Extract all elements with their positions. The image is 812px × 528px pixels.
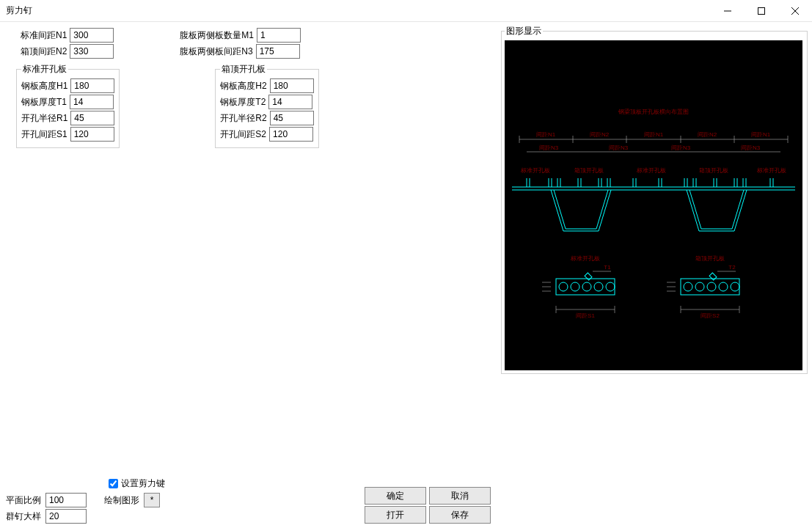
svg-point-77 [582, 282, 591, 291]
r1-input[interactable] [70, 111, 114, 125]
s1-label: 开孔间距S1 [21, 128, 67, 141]
svg-line-3 [791, 7, 799, 15]
window-title: 剪力钉 [6, 4, 32, 17]
draw-label: 绘制图形 [104, 494, 139, 507]
svg-text:间距N2: 间距N2 [590, 131, 610, 138]
n2-label: 箱顶间距N2 [21, 45, 67, 58]
svg-point-92 [719, 282, 728, 291]
svg-line-58 [599, 190, 611, 231]
detail-label: 群钉大样 [6, 510, 41, 523]
r1-label: 开孔半径R1 [21, 112, 67, 125]
svg-point-91 [707, 282, 716, 291]
svg-text:间距N3: 间距N3 [609, 144, 629, 151]
svg-text:标准开孔板: 标准开孔板 [756, 167, 786, 174]
s2-input[interactable] [269, 127, 313, 142]
group-top-legend: 箱顶开孔板 [220, 63, 267, 76]
maximize-button[interactable] [745, 0, 778, 21]
app-window: 剪力钉 标准间距N1 箱顶间距N2 [0, 0, 812, 528]
draw-button[interactable]: * [144, 493, 160, 507]
n1-input[interactable] [70, 28, 114, 43]
shear-key-checkbox-label[interactable]: 设置剪力键 [109, 478, 165, 488]
svg-text:间距N1: 间距N1 [644, 131, 664, 138]
n1-label: 标准间距N1 [21, 29, 67, 42]
r2-input[interactable] [270, 111, 314, 125]
svg-line-67 [732, 190, 744, 229]
svg-line-56 [551, 190, 563, 231]
close-button[interactable] [778, 0, 812, 21]
group-standard: 标准开孔板 钢板高度H1 钢板厚度T1 开孔半径R1 开孔间距S1 [16, 63, 120, 148]
graph-panel: 图形显示 钢梁顶板开孔板横向布置图 间距N1 间距N [501, 25, 808, 374]
svg-line-59 [554, 190, 566, 229]
s1-input[interactable] [70, 127, 114, 142]
t1-input[interactable] [70, 95, 114, 109]
svg-text:间距N2: 间距N2 [698, 131, 717, 138]
svg-text:间距N3: 间距N3 [539, 144, 559, 151]
svg-line-2 [791, 7, 799, 15]
graph-title: 钢梁顶板开孔板横向布置图 [618, 109, 689, 115]
group-standard-legend: 标准开孔板 [21, 63, 68, 76]
open-button[interactable]: 打开 [365, 506, 426, 524]
shear-key-checkbox[interactable] [109, 479, 118, 488]
svg-text:箱顶开孔板: 箱顶开孔板 [695, 255, 725, 262]
button-grid: 确定 取消 打开 保存 [365, 487, 491, 524]
svg-text:间距N1: 间距N1 [751, 131, 771, 138]
graph-legend: 图形显示 [505, 25, 543, 37]
n2-input[interactable] [70, 44, 114, 59]
save-button[interactable]: 保存 [429, 506, 491, 524]
svg-text:箱顶开孔板: 箱顶开孔板 [699, 167, 728, 174]
svg-text:间距S1: 间距S1 [576, 312, 595, 319]
svg-point-78 [594, 282, 603, 291]
t2-input[interactable] [268, 95, 312, 109]
svg-point-76 [571, 282, 579, 291]
scale-label: 平面比例 [6, 494, 41, 507]
detail-input[interactable] [45, 509, 87, 524]
svg-line-65 [690, 190, 701, 229]
window-controls [711, 0, 812, 21]
minimize-button[interactable] [711, 0, 745, 21]
h2-label: 钢板高度H2 [220, 80, 266, 92]
r2-label: 开孔半径R2 [220, 112, 266, 125]
form-area: 标准间距N1 箱顶间距N2 腹板两侧板数量M1 腹板两侧板间距N3 [6, 28, 490, 148]
graph-canvas: 钢梁顶板开孔板横向布置图 间距N1 间距N2 间距N1 间距N2 间距 [505, 40, 802, 370]
n3-label: 腹板两侧板间距N3 [180, 45, 252, 58]
h1-label: 钢板高度H1 [21, 80, 67, 92]
h2-input[interactable] [270, 78, 314, 93]
svg-point-79 [606, 282, 615, 291]
m1-input[interactable] [257, 28, 301, 43]
s2-label: 开孔间距S2 [220, 128, 266, 141]
n3-input[interactable] [256, 44, 300, 59]
ok-button[interactable]: 确定 [365, 487, 426, 505]
scale-input[interactable] [45, 493, 87, 507]
group-top: 箱顶开孔板 钢板高度H2 钢板厚度T2 开孔半径R2 开孔间距S2 [215, 63, 318, 148]
svg-rect-1 [758, 7, 765, 14]
cancel-button[interactable]: 取消 [429, 487, 491, 505]
svg-text:箱顶开孔板: 箱顶开孔板 [574, 167, 604, 174]
svg-text:间距N3: 间距N3 [671, 144, 691, 151]
m1-label: 腹板两侧板数量M1 [180, 29, 254, 42]
t1-label: 钢板厚度T1 [21, 96, 67, 109]
svg-text:间距S2: 间距S2 [701, 312, 720, 319]
svg-text:标准开孔板: 标准开孔板 [636, 167, 666, 174]
titlebar: 剪力钉 [0, 0, 812, 22]
svg-line-62 [687, 190, 699, 231]
svg-text:标准开孔板: 标准开孔板 [570, 255, 600, 262]
h1-input[interactable] [70, 78, 114, 93]
svg-point-89 [684, 282, 692, 291]
svg-point-93 [731, 282, 739, 291]
svg-text:标准开孔板: 标准开孔板 [520, 167, 550, 174]
svg-text:T2: T2 [728, 264, 736, 271]
svg-text:T1: T1 [604, 264, 611, 271]
svg-point-75 [559, 282, 568, 291]
svg-point-90 [695, 282, 704, 291]
svg-line-64 [734, 190, 747, 231]
svg-text:间距N1: 间距N1 [536, 131, 556, 138]
t2-label: 钢板厚度T2 [220, 96, 266, 109]
svg-text:间距N3: 间距N3 [741, 144, 761, 151]
svg-line-61 [596, 190, 608, 229]
